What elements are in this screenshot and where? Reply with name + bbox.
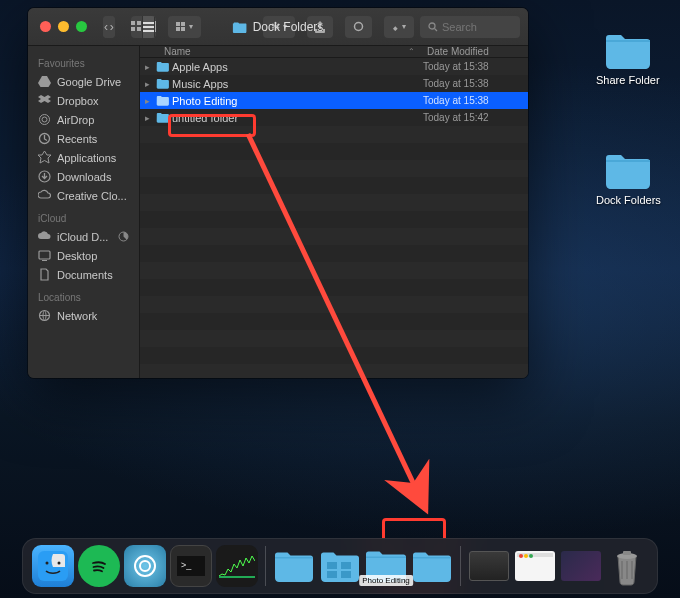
- folder-icon: [604, 30, 652, 70]
- view-switcher: [131, 16, 156, 38]
- sidebar-item-airdrop[interactable]: AirDrop: [28, 110, 139, 129]
- file-list: Name ⌃ Date Modified ▸Apple AppsToday at…: [140, 46, 528, 378]
- table-row[interactable]: ▸Apple AppsToday at 15:38: [140, 58, 528, 75]
- row-date: Today at 15:38: [423, 78, 528, 89]
- view-icon-button[interactable]: [131, 16, 143, 38]
- row-name: Photo Editing: [170, 95, 423, 107]
- sidebar-item-downloads[interactable]: Downloads: [28, 167, 139, 186]
- svg-text:>_: >_: [181, 560, 192, 570]
- sidebar-item-creative-cloud[interactable]: Creative Clo...: [28, 186, 139, 205]
- disclosure-caret-icon[interactable]: ▸: [140, 113, 154, 123]
- maximize-button[interactable]: [76, 21, 87, 32]
- svg-point-33: [135, 556, 155, 576]
- sort-caret-icon: ⌃: [408, 47, 423, 56]
- search-input[interactable]: [442, 21, 512, 33]
- svg-rect-26: [39, 251, 50, 259]
- svg-rect-4: [143, 22, 154, 24]
- svg-rect-0: [131, 21, 135, 25]
- dock-minimized-2[interactable]: [513, 544, 557, 588]
- forward-button[interactable]: ›: [109, 16, 115, 38]
- svg-rect-43: [623, 551, 631, 555]
- table-row[interactable]: ▸untitled folderToday at 15:42: [140, 109, 528, 126]
- table-row[interactable]: ▸Photo EditingToday at 15:38: [140, 92, 528, 109]
- disclosure-caret-icon[interactable]: ▸: [140, 62, 154, 72]
- search-field[interactable]: [420, 16, 520, 38]
- disclosure-caret-icon[interactable]: ▸: [140, 79, 154, 89]
- dock-app-snagit[interactable]: [123, 544, 167, 588]
- dock-app-spotify[interactable]: [77, 544, 121, 588]
- desktop-icon-dock-folders[interactable]: Dock Folders: [596, 150, 661, 206]
- sidebar-item-google-drive[interactable]: Google Drive: [28, 72, 139, 91]
- column-name[interactable]: Name: [140, 46, 408, 57]
- column-date[interactable]: Date Modified: [423, 46, 528, 57]
- folder-icon: [154, 112, 170, 123]
- sidebar-item-recents[interactable]: Recents: [28, 129, 139, 148]
- row-date: Today at 15:42: [423, 112, 528, 123]
- dock-folder-4[interactable]: [410, 544, 454, 588]
- dock-app-finder[interactable]: [31, 544, 75, 588]
- row-name: Music Apps: [170, 78, 423, 90]
- svg-rect-38: [327, 562, 337, 569]
- sidebar-item-icloud-drive[interactable]: iCloud D...: [28, 227, 139, 246]
- desktop-icon-share-folder[interactable]: Share Folder: [596, 30, 660, 86]
- dock-app-terminal[interactable]: >_: [169, 544, 213, 588]
- sidebar-item-network[interactable]: Network: [28, 306, 139, 325]
- view-column-button[interactable]: [155, 16, 156, 38]
- svg-rect-40: [327, 571, 337, 578]
- dock-separator: [265, 546, 266, 586]
- sidebar-item-desktop[interactable]: Desktop: [28, 246, 139, 265]
- row-name: Apple Apps: [170, 61, 423, 73]
- svg-rect-15: [181, 22, 185, 26]
- svg-rect-2: [131, 27, 135, 31]
- dock-minimized-3[interactable]: [559, 544, 603, 588]
- folder-icon: [154, 95, 170, 106]
- svg-point-31: [46, 562, 49, 565]
- svg-line-20: [435, 28, 438, 31]
- row-date: Today at 15:38: [423, 61, 528, 72]
- sidebar-item-dropbox[interactable]: Dropbox: [28, 91, 139, 110]
- svg-rect-1: [137, 21, 141, 25]
- svg-rect-14: [176, 22, 180, 26]
- window-title: Dock Folders: [233, 20, 324, 34]
- svg-rect-41: [341, 571, 351, 578]
- sidebar-header-icloud: iCloud: [28, 205, 139, 227]
- titlebar[interactable]: ‹ › ▾ Dock Folders ✻▾ ⬥▾: [28, 8, 528, 46]
- tags-button[interactable]: [345, 16, 372, 38]
- sidebar: Favourites Google Drive Dropbox AirDrop …: [28, 46, 140, 378]
- dock-minimized-1[interactable]: [467, 544, 511, 588]
- dock-folder-photo-editing[interactable]: Photo Editing: [364, 544, 408, 588]
- svg-rect-6: [143, 30, 154, 32]
- column-headers[interactable]: Name ⌃ Date Modified: [140, 46, 528, 58]
- close-button[interactable]: [40, 21, 51, 32]
- svg-point-19: [429, 23, 435, 29]
- folder-icon: [154, 78, 170, 89]
- folder-icon: [233, 21, 247, 33]
- dropbox-button[interactable]: ⬥▾: [384, 16, 414, 38]
- arrange-button[interactable]: ▾: [168, 16, 201, 38]
- nav-buttons: ‹ ›: [103, 16, 115, 38]
- pie-icon: [118, 231, 129, 242]
- svg-rect-3: [137, 27, 141, 31]
- view-list-button[interactable]: [143, 16, 155, 38]
- folder-icon: [154, 61, 170, 72]
- svg-rect-5: [143, 26, 154, 28]
- sidebar-item-applications[interactable]: Applications: [28, 148, 139, 167]
- table-row[interactable]: ▸Music AppsToday at 15:38: [140, 75, 528, 92]
- row-date: Today at 15:38: [423, 95, 528, 106]
- disclosure-caret-icon[interactable]: ▸: [140, 96, 154, 106]
- minimize-button[interactable]: [58, 21, 69, 32]
- svg-point-18: [355, 23, 363, 31]
- svg-point-21: [40, 115, 50, 125]
- dock-folder-label: Photo Editing: [359, 575, 413, 586]
- sidebar-header-favourites: Favourites: [28, 50, 139, 72]
- dock-folder-2[interactable]: [318, 544, 362, 588]
- desktop-icon-label: Share Folder: [596, 74, 660, 86]
- dock-folder-1[interactable]: [272, 544, 316, 588]
- search-icon: [428, 22, 438, 32]
- svg-rect-7: [155, 21, 156, 32]
- sidebar-item-documents[interactable]: Documents: [28, 265, 139, 284]
- folder-icon: [604, 150, 652, 190]
- svg-rect-27: [42, 260, 47, 261]
- dock-trash[interactable]: [605, 544, 649, 588]
- dock-app-activity[interactable]: [215, 544, 259, 588]
